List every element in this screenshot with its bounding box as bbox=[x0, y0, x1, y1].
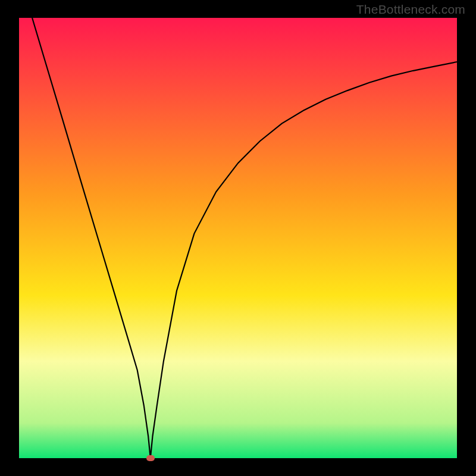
plot-area bbox=[19, 18, 457, 458]
minimum-marker-icon bbox=[146, 455, 155, 461]
plot-frame bbox=[19, 18, 457, 458]
watermark-text: TheBottleneck.com bbox=[356, 2, 465, 17]
bottleneck-curve bbox=[19, 18, 457, 458]
